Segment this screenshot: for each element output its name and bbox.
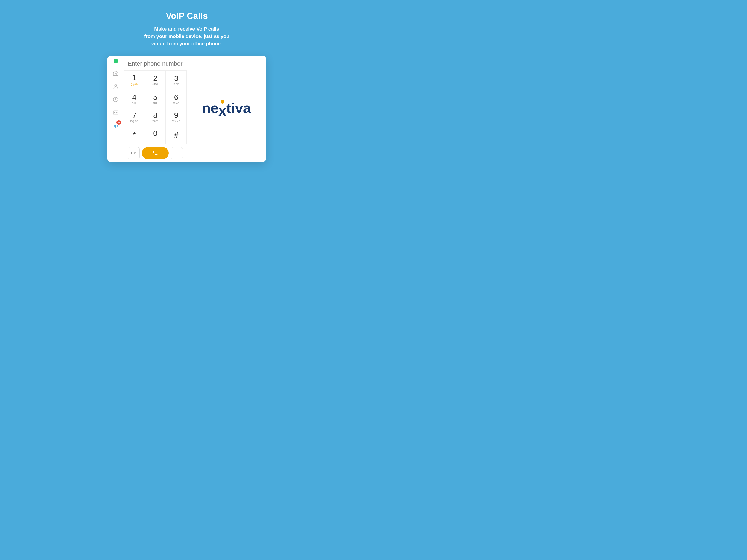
dialpad-key-5[interactable]: 5 JKL (145, 90, 166, 108)
call-button[interactable] (142, 147, 169, 159)
dialpad-key-6[interactable]: 6 MNO (166, 90, 187, 108)
status-indicator (114, 59, 118, 63)
dialpad-badge: 21 (117, 120, 121, 125)
logo-dot-container: x (218, 100, 226, 118)
video-icon (131, 150, 136, 156)
svg-point-0 (114, 84, 117, 86)
dialpad-key-7[interactable]: 7 PQRS (124, 108, 145, 126)
sidebar-item-recents[interactable] (110, 94, 122, 105)
dialpad-key-8[interactable]: 8 TUV (145, 108, 166, 126)
svg-point-3 (114, 124, 114, 124)
logo-x-text: x (218, 104, 226, 118)
messages-icon (113, 110, 119, 116)
phone-input[interactable] (128, 60, 183, 67)
dialpad-key-3[interactable]: 3 DEF (166, 70, 187, 90)
dialpad-key-star[interactable]: * (124, 126, 145, 144)
sidebar-item-messages[interactable] (110, 107, 122, 119)
more-icon (174, 150, 180, 156)
dialpad-key-2[interactable]: 2 ABC (145, 70, 166, 90)
svg-point-9 (114, 126, 114, 127)
svg-point-7 (115, 125, 116, 126)
svg-point-4 (115, 124, 116, 124)
svg-point-12 (115, 127, 116, 128)
svg-point-11 (117, 126, 118, 127)
dialpad-key-0[interactable]: 0 + (145, 126, 166, 144)
svg-rect-16 (178, 153, 179, 153)
dialpad-grid: 1 ◎◎ 2 ABC 3 DEF 4 GHI 5 JKL (124, 70, 187, 144)
logo-nex-text: ne (202, 100, 218, 116)
more-button[interactable] (171, 147, 183, 159)
phone-panel: 1 ◎◎ 2 ABC 3 DEF 4 GHI 5 JKL (124, 56, 187, 162)
svg-point-10 (115, 126, 116, 127)
logo-tiva-text: tiva (226, 100, 251, 116)
page-header: VoIP Calls Make and receive VoIP calls f… (138, 0, 235, 56)
page-title: VoIP Calls (144, 11, 229, 21)
dialpad-key-hash[interactable]: # (166, 126, 187, 144)
dialpad-key-9[interactable]: 9 WXYZ (166, 108, 187, 126)
svg-point-6 (114, 125, 114, 126)
phone-icon (152, 150, 158, 156)
nextiva-logo: ne x tiva (202, 100, 251, 118)
recents-icon (113, 97, 119, 103)
svg-point-8 (117, 125, 118, 126)
sidebar-item-contacts[interactable] (110, 80, 122, 93)
sidebar-item-home[interactable] (110, 67, 122, 79)
main-card: 21 1 ◎◎ 2 ABC 3 DEF 4 (107, 56, 266, 162)
sidebar-item-dialpad[interactable]: 21 (110, 120, 122, 132)
svg-rect-14 (175, 153, 176, 153)
sidebar: 21 (107, 56, 124, 162)
video-call-button[interactable] (128, 147, 140, 159)
home-icon (113, 70, 119, 76)
dialpad-key-1[interactable]: 1 ◎◎ (124, 70, 145, 90)
phone-input-area[interactable] (124, 56, 187, 70)
svg-rect-15 (177, 153, 177, 153)
svg-rect-13 (131, 152, 135, 154)
right-panel: ne x tiva (187, 56, 266, 162)
action-bar (124, 144, 187, 162)
page-subtitle: Make and receive VoIP calls from your mo… (144, 25, 229, 48)
contacts-icon (113, 83, 119, 90)
dialpad-key-4[interactable]: 4 GHI (124, 90, 145, 108)
